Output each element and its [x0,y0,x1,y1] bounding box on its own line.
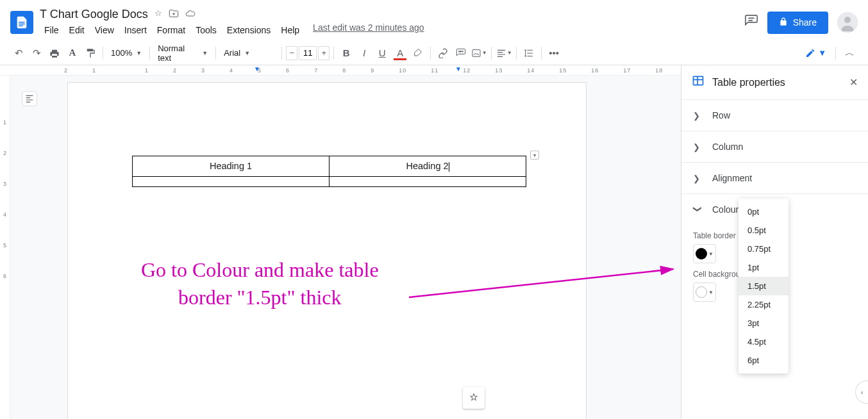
comments-icon[interactable] [744,14,758,31]
border-width-option[interactable]: 6pt [739,351,789,370]
black-circle-icon [696,248,707,259]
font-size-control: − + [286,46,330,60]
zoom-select[interactable]: 100%▼ [107,45,146,62]
table-cell-empty[interactable] [330,176,526,186]
app-header: T Chart Google Docs ☆ File Edit View Ins… [0,0,868,41]
document-page[interactable]: Heading 1 Heading 2 ▾ [67,82,587,419]
menu-help[interactable]: Help [276,22,304,38]
lock-icon [779,17,788,28]
section-row[interactable]: ❯ Row [681,100,868,131]
redo-icon[interactable]: ↷ [28,45,45,62]
italic-icon[interactable]: I [356,45,372,62]
font-select[interactable]: Arial▼ [220,45,278,62]
font-size-decrease[interactable]: − [286,46,297,60]
svg-rect-2 [19,26,22,26]
white-circle-icon [696,286,707,298]
line-spacing-icon[interactable] [521,45,537,62]
cloud-icon[interactable] [185,8,196,21]
table-cell-heading1[interactable]: Heading 1 [133,156,330,177]
chevron-right-icon: ❯ [693,174,702,183]
caret-icon: ▼ [708,290,714,295]
docs-logo-icon[interactable] [10,11,33,34]
share-label: Share [793,17,817,28]
border-width-option[interactable]: 0.5pt [739,221,789,240]
menu-bar: File Edit View Insert Format Tools Exten… [40,22,744,38]
menu-tools[interactable]: Tools [191,22,221,38]
document-title[interactable]: T Chart Google Docs [40,8,148,21]
move-icon[interactable] [169,8,179,21]
border-color-swatch[interactable]: ▼ [693,244,716,263]
border-width-option[interactable]: 1pt [739,258,789,277]
table-cell-empty[interactable] [133,176,330,186]
highlight-icon[interactable] [410,45,426,62]
table-cell-heading2[interactable]: Heading 2 [330,156,526,177]
svg-rect-1 [19,24,24,24]
paint-format-icon[interactable] [82,45,99,62]
print-icon[interactable] [46,45,63,62]
border-width-option[interactable]: 1.5pt [739,277,789,295]
border-width-option[interactable]: 0.75pt [739,240,789,258]
menu-insert[interactable]: Insert [120,22,151,38]
cell-bg-swatch[interactable]: ▼ [693,283,716,302]
sidebar-title: Table properties [712,77,842,88]
bold-icon[interactable]: B [338,45,355,62]
workspace: 2112345678910111213141516171819 ▼ ▼ 1234… [0,65,868,419]
table-icon [692,74,705,90]
menu-extensions[interactable]: Extensions [222,22,275,38]
outline-toggle-icon[interactable] [22,91,37,106]
section-column[interactable]: ❯ Column [681,131,868,162]
border-width-option[interactable]: 3pt [739,314,789,333]
explore-button-icon[interactable] [463,387,485,409]
collapse-icon[interactable]: ︿ [841,45,858,62]
table-handle-icon[interactable]: ▾ [530,151,539,160]
align-icon[interactable]: ▼ [496,45,512,62]
link-icon[interactable] [435,45,451,62]
chevron-right-icon: ❯ [693,111,702,120]
chevron-right-icon: ❯ [693,142,702,152]
user-avatar[interactable] [837,12,858,33]
caret-icon: ▼ [708,251,714,257]
title-area: T Chart Google Docs ☆ File Edit View Ins… [40,8,744,38]
last-edit-link[interactable]: Last edit was 2 minutes ago [313,22,424,38]
more-icon[interactable]: ••• [546,45,562,62]
svg-rect-5 [472,49,480,56]
border-width-option[interactable]: 4.5pt [739,333,789,351]
undo-icon[interactable]: ↶ [10,45,27,62]
menu-view[interactable]: View [90,22,119,38]
border-width-option[interactable]: 0pt [739,202,789,221]
svg-rect-0 [19,22,24,22]
share-button[interactable]: Share [767,12,828,34]
text-color-icon[interactable]: A [392,45,408,62]
star-icon[interactable]: ☆ [154,8,162,21]
image-icon[interactable]: ▼ [471,45,487,62]
menu-edit[interactable]: Edit [65,22,89,38]
section-alignment[interactable]: ❯ Alignment [681,163,868,193]
document-area[interactable]: 2112345678910111213141516171819 ▼ ▼ 1234… [0,65,681,419]
editing-mode[interactable]: ▼ [801,48,830,58]
close-icon[interactable]: ✕ [849,76,858,88]
comment-icon[interactable] [453,45,469,62]
vertical-ruler[interactable]: 123456 [0,76,10,419]
spellcheck-icon[interactable]: A [64,45,81,62]
toolbar: ↶ ↷ A 100%▼ Normal text▼ Arial▼ − + B I … [0,41,868,65]
chevron-down-icon: ❯ [693,205,703,214]
font-size-increase[interactable]: + [318,46,330,60]
border-width-dropdown: 0pt0.5pt0.75pt1pt1.5pt2.25pt3pt4.5pt6pt [739,199,789,374]
menu-format[interactable]: Format [153,22,190,38]
document-table[interactable]: Heading 1 Heading 2 [132,156,526,187]
horizontal-ruler[interactable]: 2112345678910111213141516171819 ▼ ▼ [0,65,681,76]
border-width-option[interactable]: 2.25pt [739,295,789,314]
underline-icon[interactable]: U [374,45,390,62]
font-size-input[interactable] [299,46,317,60]
menu-file[interactable]: File [40,22,63,38]
style-select[interactable]: Normal text▼ [154,45,212,62]
svg-point-4 [844,17,851,23]
